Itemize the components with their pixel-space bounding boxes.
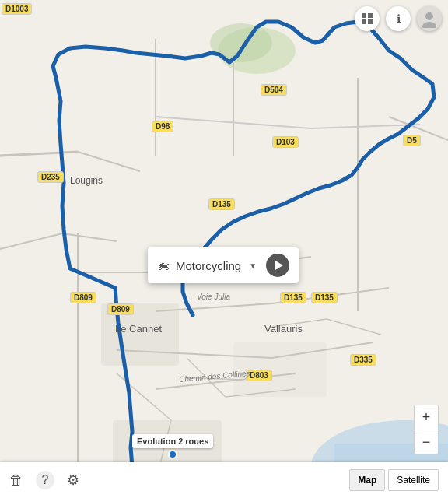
activity-popup: 🏍 Motorcycling ▼	[148, 247, 299, 283]
road-label-d135a: D135	[208, 198, 235, 210]
zoom-out-button[interactable]: −	[414, 430, 439, 454]
road-label-d135c: D335	[350, 354, 376, 366]
toolbar-left: 🗑 ? ⚙	[9, 471, 79, 489]
pin-label: Evolution 2 roues	[132, 434, 213, 448]
svg-point-39	[425, 12, 433, 20]
avatar-btn[interactable]	[417, 6, 442, 31]
svg-rect-36	[368, 13, 373, 18]
trash-icon[interactable]: 🗑	[9, 472, 23, 489]
road-label-d5: D5	[403, 135, 421, 146]
activity-icon: 🏍	[157, 258, 170, 272]
help-icon[interactable]: ?	[36, 471, 54, 489]
activity-label: Motorcycling	[176, 259, 241, 272]
zoom-in-button[interactable]: +	[414, 405, 439, 430]
top-right-icons: ℹ	[355, 6, 442, 31]
voie-julia-label: Voie Julia	[197, 293, 230, 301]
info-icon-btn[interactable]: ℹ	[386, 6, 411, 31]
road-label-d135b: D135	[311, 292, 338, 303]
grid-icon-btn[interactable]	[355, 6, 380, 31]
zoom-controls: + −	[414, 405, 439, 454]
toolbar-right: Map Satellite	[349, 469, 439, 491]
svg-rect-38	[368, 19, 373, 24]
place-vallauris: Vallauris	[264, 323, 303, 335]
map-view-button[interactable]: Map	[349, 469, 385, 491]
settings-icon[interactable]: ⚙	[67, 472, 79, 489]
road-label-d235: D235	[37, 171, 64, 183]
svg-point-40	[422, 22, 436, 28]
road-label-d809: D809	[70, 292, 96, 303]
bottom-toolbar: 🗑 ? ⚙ Map Satellite	[0, 462, 448, 498]
pin-dot	[168, 450, 177, 459]
play-button[interactable]	[266, 254, 289, 277]
road-label-d1003: D1003	[2, 3, 32, 15]
dropdown-arrow-icon[interactable]: ▼	[249, 261, 257, 270]
info-icon: ℹ	[397, 12, 401, 25]
place-le-cannet: Le Cannet	[115, 323, 162, 335]
road-label-d335: D135	[280, 292, 306, 303]
road-label-d103: D103	[272, 136, 299, 148]
road-label-d98: D98	[152, 121, 173, 132]
satellite-view-button[interactable]: Satellite	[388, 469, 439, 491]
svg-rect-35	[362, 13, 366, 18]
place-lougins: Lougins	[70, 175, 103, 186]
road-label-d504: D504	[261, 84, 287, 96]
road-label-d809b: D809	[107, 303, 134, 315]
map-container: D1003 D235 D809 D809 D98 D504 D103 D135 …	[0, 0, 448, 498]
grid-icon	[361, 12, 373, 25]
location-pin: Evolution 2 roues	[132, 434, 213, 459]
avatar-icon	[420, 9, 439, 28]
svg-rect-37	[362, 19, 366, 24]
